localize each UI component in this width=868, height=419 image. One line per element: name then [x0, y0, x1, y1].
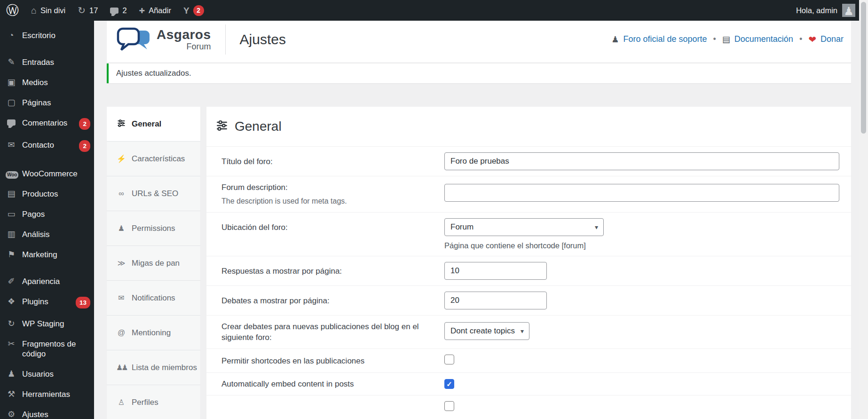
setting-helper: The description is used for meta tags.	[221, 196, 430, 206]
tab-migas-de-pan[interactable]: ≫ Migas de pan	[107, 246, 200, 281]
setting-row-topics-per-page: Debates a mostrar por página:	[206, 285, 851, 315]
allow-shortcodes-checkbox[interactable]	[444, 355, 454, 364]
setting-row-embed-content: Automatically embed content in posts ✓	[206, 372, 851, 395]
topics-per-page-input[interactable]	[444, 292, 547, 309]
sidebar-item-comentarios[interactable]: Comentarios 2	[0, 113, 94, 135]
brand-name: Asgaros	[157, 28, 211, 41]
sidebar-item-herramientas[interactable]: ⚒ Herramientas	[0, 384, 94, 404]
dot-separator: •	[713, 34, 716, 44]
site-link[interactable]: ⌂ Sin divi	[25, 0, 71, 21]
wordpress-logo-icon: Ⓦ	[6, 4, 19, 17]
setting-label: Respuestas a mostrar por página:	[221, 267, 342, 276]
new-content-label: Añadir	[149, 6, 171, 15]
setting-label: Ubicación del foro:	[221, 223, 288, 232]
main-content: Asgaros Forum Ajustes ♟ Foro oficial de …	[94, 0, 859, 419]
admin-sidebar: ◔ Escritorio ✎ Entradas ▣ Medios ▢ Págin…	[0, 21, 94, 419]
forum-title-input[interactable]	[444, 152, 839, 170]
comments-link[interactable]: 2	[104, 0, 133, 21]
sidebar-item-apariencia[interactable]: ✐ Apariencia	[0, 271, 94, 292]
setting-label: Título del foro:	[221, 157, 273, 166]
appearance-icon: ✐	[6, 277, 17, 286]
settings-gear-icon: ⚙	[6, 410, 17, 419]
scrollbar-thumb[interactable]	[861, 2, 866, 134]
plug-icon: ⚡	[116, 154, 126, 163]
members-icon: ♟♟	[116, 363, 126, 372]
blog-topics-forum-select[interactable]: Dont create topics ▾	[444, 322, 529, 340]
section-header: General	[206, 107, 851, 146]
account-menu[interactable]: Hola, admin ♟	[796, 4, 855, 17]
sidebar-item-entradas[interactable]: ✎ Entradas	[0, 52, 94, 72]
setting-label: Debates a mostrar por página:	[221, 296, 330, 305]
sidebar-item-ajustes[interactable]: ⚙ Ajustes	[0, 404, 94, 419]
setting-row-blog-topics: Crear debates para nuevas publicaciones …	[206, 315, 851, 348]
asgaros-logo-bubbles-icon	[116, 27, 153, 52]
sidebar-item-wp-staging[interactable]: ↻ WP Staging	[0, 314, 94, 334]
sidebar-item-contacto[interactable]: ✉ Contacto 2	[0, 135, 94, 157]
documentation-link[interactable]: ▤ Documentación	[722, 34, 793, 45]
tab-permissions[interactable]: ♟ Permissions	[107, 211, 200, 246]
setting-row-partial	[206, 395, 851, 419]
admin-bar-left: Ⓦ ⌂ Sin divi ↻ 17 2 ✚ Añadir Y 2	[0, 0, 210, 21]
sidebar-item-usuarios[interactable]: ♟ Usuarios	[0, 364, 94, 384]
megaphone-icon: ⚑	[6, 250, 17, 260]
asgaros-logo: Asgaros Forum	[116, 27, 211, 52]
settings-layout: General ⚡ Características ∞ URLs & SEO ♟…	[107, 107, 851, 419]
person-icon: ♟	[611, 34, 619, 45]
setting-row-forum-description: Forum description: The description is us…	[206, 176, 851, 212]
tab-perfiles[interactable]: ♙ Perfiles	[107, 385, 200, 419]
yoast-notification-badge: 2	[193, 5, 204, 16]
products-icon: ▤	[6, 189, 17, 199]
notice-text: Ajustes actualizados.	[116, 69, 191, 78]
setting-checkbox[interactable]	[444, 401, 454, 411]
support-link[interactable]: ♟ Foro oficial de soporte	[611, 34, 707, 45]
contact-forms-badge: 2	[79, 140, 90, 152]
tab-notifications[interactable]: ✉ Notifications	[107, 281, 200, 316]
posts-per-page-input[interactable]	[444, 262, 547, 280]
page-scrollbar[interactable]	[859, 0, 868, 419]
sidebar-item-medios[interactable]: ▣ Medios	[0, 72, 94, 93]
tools-icon: ⚒	[6, 389, 17, 399]
home-icon: ⌂	[31, 6, 37, 15]
sidebar-item-analisis[interactable]: ▥ Análisis	[0, 224, 94, 245]
admin-bar-right: Hola, admin ♟	[796, 4, 859, 17]
new-content-menu[interactable]: ✚ Añadir	[133, 0, 177, 21]
notifications-envelope-icon: ✉	[116, 293, 126, 302]
forum-location-select[interactable]: Forum ▾	[444, 218, 604, 236]
sidebar-item-woocommerce[interactable]: Woo WooCommerce	[0, 164, 94, 184]
sliders-icon	[216, 119, 228, 134]
book-icon: ▤	[722, 34, 730, 45]
plus-icon: ✚	[139, 7, 145, 14]
tab-general[interactable]: General	[107, 107, 200, 142]
avatar: ♟	[842, 4, 855, 17]
sidebar-item-paginas[interactable]: ▢ Páginas	[0, 93, 94, 113]
settings-tabs: General ⚡ Características ∞ URLs & SEO ♟…	[107, 107, 200, 419]
scissors-icon: ✂	[6, 339, 17, 349]
plugin-updates-badge: 13	[76, 297, 90, 308]
donate-link[interactable]: ❤ Donar	[808, 34, 844, 45]
sidebar-item-plugins[interactable]: ❖ Plugins 13	[0, 292, 94, 314]
embed-content-checkbox[interactable]: ✓	[444, 379, 454, 389]
wordpress-menu[interactable]: Ⓦ	[0, 0, 25, 21]
sidebar-item-fragmentos-de-codigo[interactable]: ✂ Fragmentos de código	[0, 334, 94, 364]
pages-icon: ▢	[6, 98, 17, 108]
success-notice: Ajustes actualizados.	[107, 63, 851, 83]
plugin-icon: ❖	[6, 297, 17, 307]
setting-label: Automatically embed content in posts	[221, 379, 354, 388]
menu-separator	[0, 265, 94, 271]
profile-icon: ♙	[116, 398, 126, 407]
sidebar-item-marketing[interactable]: ⚑ Marketing	[0, 245, 94, 265]
yoast-menu[interactable]: Y 2	[177, 0, 210, 21]
tab-lista-de-miembros[interactable]: ♟♟ Lista de miembros	[107, 350, 200, 385]
sidebar-item-productos[interactable]: ▤ Productos	[0, 184, 94, 204]
forum-description-input[interactable]	[444, 184, 839, 202]
updates-icon: ↻	[78, 6, 86, 15]
tab-mentioning[interactable]: @ Mentioning	[107, 316, 200, 350]
setting-label: Permitir shortcodes en las publicaciones	[221, 356, 364, 365]
updates-link[interactable]: ↻ 17	[71, 0, 104, 21]
sliders-icon	[116, 119, 126, 129]
site-name: Sin divi	[40, 6, 65, 15]
tab-caracteristicas[interactable]: ⚡ Características	[107, 142, 200, 176]
tab-urls-seo[interactable]: ∞ URLs & SEO	[107, 176, 200, 211]
sidebar-item-escritorio[interactable]: ◔ Escritorio	[0, 25, 94, 46]
sidebar-item-pagos[interactable]: ▭ Pagos	[0, 204, 94, 224]
